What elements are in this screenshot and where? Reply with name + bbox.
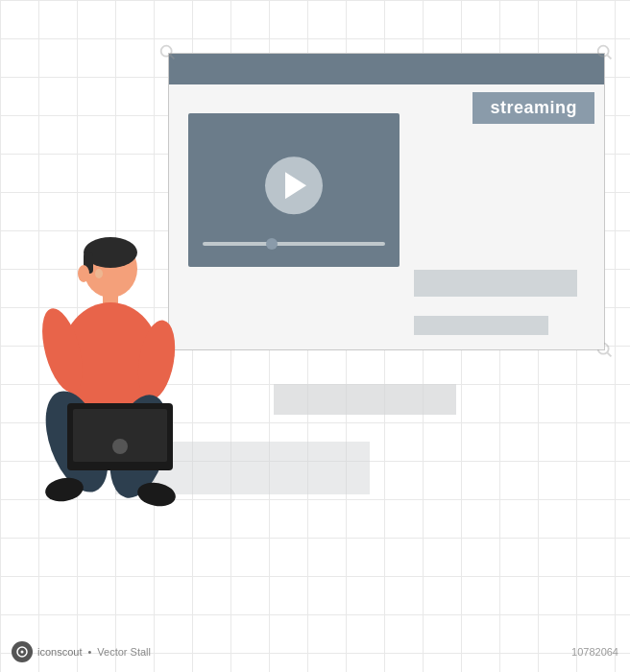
svg-point-21 <box>112 439 128 454</box>
illustration-id: 10782064 <box>571 646 618 658</box>
iconscout-logo: iconscout <box>12 641 82 662</box>
svg-line-3 <box>607 55 611 59</box>
iconscout-icon <box>12 641 33 662</box>
play-button[interactable] <box>265 156 323 214</box>
svg-line-1 <box>170 55 174 59</box>
svg-point-23 <box>78 265 89 282</box>
browser-titlebar <box>169 54 604 84</box>
separator-dot: • <box>87 646 91 658</box>
svg-point-2 <box>598 46 609 57</box>
svg-line-7 <box>607 352 611 356</box>
iconscout-text: iconscout <box>37 646 82 658</box>
watermark-area: iconscout • Vector Stall 10782064 <box>0 641 630 662</box>
content-bar-1 <box>414 270 577 297</box>
svg-point-0 <box>161 46 172 57</box>
bottom-bar-1 <box>274 384 456 415</box>
person-illustration <box>14 235 245 542</box>
vector-stall-text: Vector Stall <box>97 646 151 658</box>
content-bar-2 <box>414 316 548 335</box>
svg-point-22 <box>95 269 103 278</box>
play-triangle-icon <box>285 172 306 199</box>
corner-icon-tr <box>594 42 616 63</box>
svg-point-25 <box>21 651 24 654</box>
video-progress-dot <box>266 238 278 250</box>
watermark-left: iconscout • Vector Stall <box>12 641 151 662</box>
streaming-label: streaming <box>472 92 594 124</box>
corner-icon-tl <box>158 42 179 63</box>
